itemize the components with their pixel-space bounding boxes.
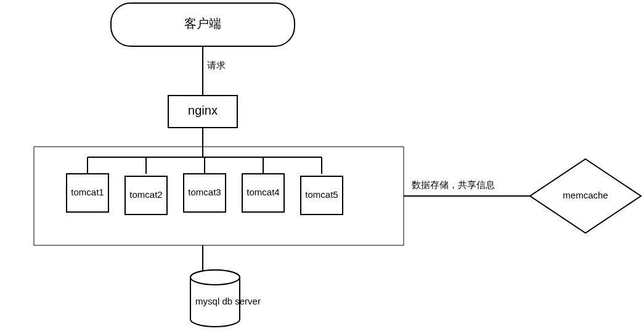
nginx-label: nginx [188,104,218,117]
db-label: mysql db server [195,296,261,306]
architecture-diagram: 客户端 请求 nginx tomcat1 tomcat2 tomcat3 tom… [0,0,644,331]
client-label: 客户端 [184,17,221,30]
tomcat2-label: tomcat2 [129,189,162,200]
tomcat3-label: tomcat3 [188,187,221,197]
tomcat4-label: tomcat4 [247,187,279,197]
edge-request-label: 请求 [207,60,226,70]
tomcat5-label: tomcat5 [305,189,338,200]
tomcat1-label: tomcat1 [71,187,104,197]
edge-storage-label: 数据存储，共享信息 [412,179,495,190]
memcache-label: memcache [563,190,608,200]
svg-point-1 [190,270,240,285]
